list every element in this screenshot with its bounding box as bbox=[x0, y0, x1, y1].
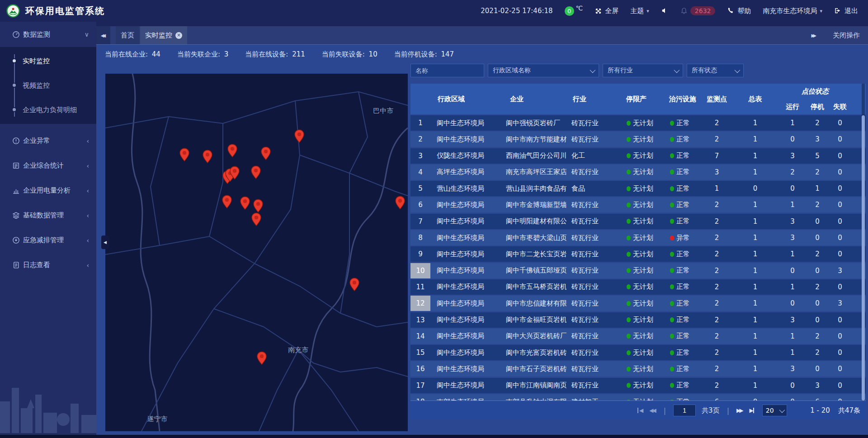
table-row[interactable]: 12阆中生态环境局阆中市忠信建材有限公砖瓦行业无计划正常21003 bbox=[410, 296, 866, 311]
sidebar-group-日志查看[interactable]: 日志查看‹ bbox=[0, 253, 96, 278]
cell-points: 2 bbox=[700, 135, 734, 143]
sidebar-group-基础数据管理[interactable]: 基础数据管理‹ bbox=[0, 203, 96, 228]
table-row[interactable]: 16阆中生态环境局阆中市石子页岩机砖厂砖瓦行业无计划正常21300 bbox=[410, 361, 866, 377]
sidebar-item-视频监控[interactable]: 视频监控 bbox=[0, 73, 96, 98]
notifications[interactable]: 2632 bbox=[680, 6, 716, 15]
sidebar-group-应急减排管理[interactable]: 应急减排管理‹ bbox=[0, 228, 96, 253]
table-row[interactable]: 11阆中生态环境局阆中市五马桥页岩机砖砖瓦行业无计划正常21120 bbox=[410, 279, 866, 295]
mute-button[interactable] bbox=[661, 7, 669, 15]
production-label: 无计划 bbox=[633, 283, 653, 291]
sidebar-item-实时监控[interactable]: 实时监控 bbox=[0, 49, 96, 73]
cell-stopped: 2 bbox=[808, 332, 826, 340]
cell-points: 2 bbox=[700, 217, 734, 226]
logout-button[interactable]: 退出 bbox=[834, 7, 858, 15]
current-page-input[interactable] bbox=[673, 405, 696, 416]
map-pin[interactable] bbox=[294, 129, 304, 143]
table-row[interactable]: 13阆中生态环境局阆中市金福旺页岩机砖砖瓦行业无计划正常21300 bbox=[410, 312, 866, 328]
bar-chart-icon bbox=[12, 187, 20, 194]
map-pin[interactable] bbox=[203, 150, 213, 164]
chevron-down-icon: ▾ bbox=[820, 8, 822, 14]
map-pin[interactable] bbox=[179, 148, 190, 162]
table-row[interactable]: 10阆中生态环境局阆中千佛镇五郎垭页岩砖瓦行业无计划正常21003 bbox=[410, 263, 866, 278]
cell-company: 阆中市五马桥页岩机砖 bbox=[501, 283, 566, 291]
cell-region: 阆中生态环境局 bbox=[430, 299, 501, 308]
cell-region: 阆中生态环境局 bbox=[430, 201, 501, 209]
table-scrollbar-thumb[interactable] bbox=[862, 115, 865, 400]
table-row[interactable]: 4高坪生态环境局南充市高坪区王家店建砖瓦行业无计划正常31220 bbox=[410, 165, 866, 180]
help-button[interactable]: 帮助 bbox=[727, 7, 751, 15]
sidebar-group-企业综合统计[interactable]: 企业综合统计‹ bbox=[0, 153, 96, 178]
status-dot-icon bbox=[627, 350, 631, 355]
double-chevron-right-icon: ▶▶ bbox=[736, 407, 742, 414]
top-header: 环保用电监管系统 2021-02-25 17:46:18 0 ℃ 全屏 主题 ▾ bbox=[0, 0, 868, 22]
theme-menu[interactable]: 主题 ▾ bbox=[630, 7, 649, 15]
org-menu[interactable]: 南充市生态环境局 ▾ bbox=[763, 7, 822, 15]
cell-meters: 1 bbox=[734, 168, 777, 176]
table-row[interactable]: 5营山生态环境局营山县润丰肉食品有限食品无计划正常10010 bbox=[410, 181, 866, 196]
table-header: 行政区域 企业 行业 停限产 治污设施 监测点 总表 点位状态 运行 停机 失联 bbox=[410, 84, 866, 114]
sidebar-group-企业用电量分析[interactable]: 企业用电量分析‹ bbox=[0, 178, 96, 203]
table-row[interactable]: 1阆中生态环境局阆中强锐页岩砖厂砖瓦行业无计划正常21120 bbox=[410, 115, 866, 131]
cell-offline: 0 bbox=[826, 316, 854, 324]
last-page-button[interactable]: ▶ bbox=[750, 407, 756, 414]
map-pin[interactable] bbox=[261, 146, 271, 160]
table-row[interactable]: 8阆中生态环境局阆中市枣碧大梁山页岩砖瓦行业无计划异常21300 bbox=[410, 230, 866, 245]
map-city-label-遂宁市: 遂宁市 bbox=[147, 415, 168, 424]
tab-首页[interactable]: 首页 bbox=[116, 26, 139, 44]
sidebar-collapse-button[interactable]: ◀ bbox=[101, 235, 109, 249]
name-search-input[interactable] bbox=[410, 64, 484, 77]
pagination-divider: | bbox=[664, 406, 666, 415]
map-pin[interactable] bbox=[256, 351, 267, 365]
cell-region: 营山生态环境局 bbox=[430, 184, 501, 193]
fullscreen-button[interactable]: 全屏 bbox=[594, 7, 618, 15]
cell-running: 1 bbox=[777, 332, 808, 340]
cell-points: 2 bbox=[700, 299, 734, 307]
sidebar-group-企业异常[interactable]: 企业异常‹ bbox=[0, 128, 96, 153]
map-pin[interactable] bbox=[349, 278, 360, 292]
map-pin[interactable] bbox=[251, 165, 261, 179]
table-row[interactable]: 6阆中生态环境局阆中市金博瑞新型墙材砖瓦行业无计划正常21120 bbox=[410, 197, 866, 212]
cell-running: 1 bbox=[777, 119, 808, 127]
col-offline: 失联 bbox=[826, 103, 854, 111]
table-row[interactable]: 14阆中生态环境局阆中大兴页岩机砖厂砖瓦行业无计划正常21120 bbox=[410, 329, 866, 344]
sidebar-group-数据监测[interactable]: 数据监测∨ bbox=[0, 22, 96, 47]
map-pin[interactable] bbox=[395, 196, 406, 210]
production-label: 无计划 bbox=[633, 299, 653, 308]
map-pin[interactable] bbox=[222, 195, 232, 209]
map-pin[interactable] bbox=[230, 166, 240, 180]
industry-select[interactable]: 所有行业 bbox=[603, 64, 683, 77]
fullscreen-label: 全屏 bbox=[605, 7, 618, 15]
map-panel[interactable]: 巴中市南充市遂宁市 bbox=[105, 74, 408, 431]
table-row[interactable]: 15阆中生态环境局阆中市光富页岩机砖厂砖瓦行业无计划正常21120 bbox=[410, 345, 866, 360]
map-pin[interactable] bbox=[227, 144, 237, 158]
treatment-label: 正常 bbox=[676, 316, 690, 324]
page-size-select[interactable]: 20 bbox=[762, 405, 787, 416]
tab-实时监控[interactable]: 实时监控× bbox=[140, 26, 187, 44]
previous-page-button[interactable]: ◀◀ bbox=[649, 407, 656, 414]
submenu-dot-icon bbox=[12, 58, 17, 63]
map-pin[interactable] bbox=[240, 196, 250, 210]
table-row[interactable]: 3仪陇生态环境局西南油气田分公司川中化工无计划正常71350 bbox=[410, 148, 866, 164]
sidebar: 数据监测∨实时监控视频监控企业电力负荷明细企业异常‹企业综合统计‹企业用电量分析… bbox=[0, 22, 96, 438]
cell-treatment: 正常 bbox=[665, 332, 700, 340]
row-index: 15 bbox=[410, 345, 430, 360]
region-select[interactable]: 行政区域名称 bbox=[488, 64, 599, 77]
sidebar-item-企业电力负荷明细[interactable]: 企业电力负荷明细 bbox=[0, 98, 96, 122]
table-row[interactable]: 9阆中生态环境局阆中市二龙长宝页岩砖砖瓦行业无计划正常21120 bbox=[410, 246, 866, 262]
status-select[interactable]: 所有状态 bbox=[687, 64, 744, 77]
cell-company: 阆中市忠信建材有限公 bbox=[501, 299, 566, 308]
next-page-button[interactable]: ▶▶ bbox=[736, 407, 743, 414]
tab-close-icon[interactable]: × bbox=[175, 32, 182, 39]
table-row[interactable]: 7阆中生态环境局阆中明阳建材有限公司砖瓦行业无计划正常21300 bbox=[410, 214, 866, 229]
first-page-button[interactable]: ◀ bbox=[637, 407, 643, 414]
map-pin[interactable] bbox=[251, 212, 261, 226]
map-pin[interactable] bbox=[253, 199, 263, 213]
cell-company: 阆中强锐页岩砖厂 bbox=[501, 119, 566, 127]
table-row[interactable]: 17阆中生态环境局阆中市江南镇阆南页岩砖瓦行业无计划正常21030 bbox=[410, 378, 866, 393]
table-row[interactable]: 2阆中生态环境局阆中市南方节能建材有砖瓦行业无计划正常21030 bbox=[410, 132, 866, 147]
close-operations-button[interactable]: 关闭操作 bbox=[833, 31, 860, 40]
table-row[interactable]: 18南部生态环境局南部县升钟水泥有限公建材加工无计划正常60060 bbox=[410, 394, 866, 400]
tabs-scroll-right-button[interactable]: ▶▶ bbox=[811, 33, 816, 38]
tabs-scroll-left-button[interactable]: ◀◀ bbox=[96, 26, 110, 44]
treatment-label: 异常 bbox=[676, 234, 690, 242]
